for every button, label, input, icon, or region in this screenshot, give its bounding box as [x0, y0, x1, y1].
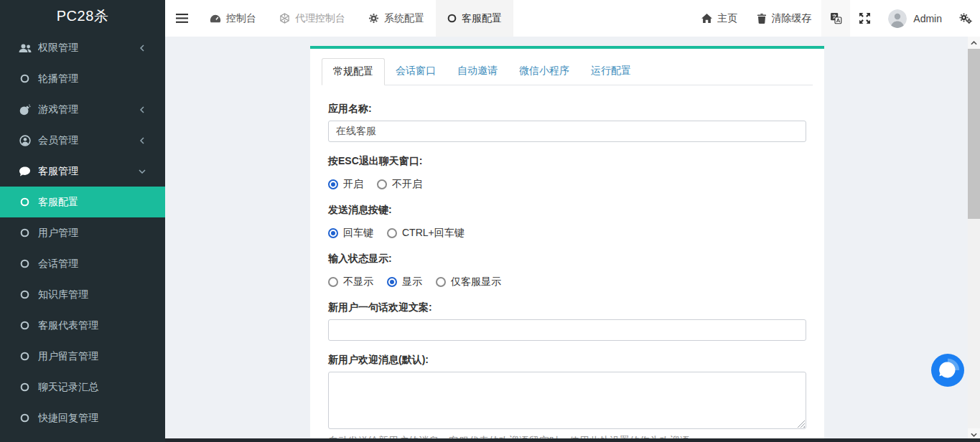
radio-icon[interactable] [328, 277, 338, 287]
circle-icon [18, 288, 32, 301]
tab-auto-invite[interactable]: 自动邀请 [447, 58, 508, 85]
general-config-form: 应用名称: 按ESC退出聊天窗口: 开启 不开启 发送消息按键: [310, 85, 824, 442]
sidebar-item-member-management[interactable]: 会员管理 [0, 125, 165, 156]
radio-option-agent-only[interactable]: 仅客服显示 [436, 276, 501, 288]
radio-icon[interactable] [436, 277, 446, 287]
comment-icon [18, 165, 32, 177]
tab-wechat-miniprogram[interactable]: 微信小程序 [508, 58, 580, 85]
vertical-scrollbar[interactable] [968, 37, 980, 442]
sidebar-item-label: 会员管理 [38, 134, 135, 147]
sidebar-item-permission-management[interactable]: 权限管理 [0, 32, 165, 63]
esc-exit-group: 按ESC退出聊天窗口: 开启 不开启 [328, 155, 806, 191]
users-icon [18, 42, 32, 54]
settings-cogs-button[interactable] [951, 0, 980, 37]
sidebar-item-label: 快捷回复管理 [38, 412, 155, 425]
app-name-label: 应用名称: [328, 103, 806, 114]
welcome-one-liner-label: 新用户一句话欢迎文案: [328, 301, 806, 313]
sidebar-toggle-button[interactable] [165, 0, 198, 37]
radio-icon[interactable] [328, 179, 338, 189]
radio-icon[interactable] [377, 179, 387, 189]
chat-widget-button[interactable] [931, 354, 964, 387]
sidebar-item-label: 轮播管理 [38, 72, 155, 85]
scrollbar-thumb[interactable] [968, 49, 980, 219]
bottom-dark-strip [165, 438, 980, 442]
welcome-message-group: 新用户欢迎消息(默认): 自动发送给新用户的消息，客服代表的欢迎语留空时，使用此… [328, 354, 806, 442]
circle-icon [18, 227, 32, 239]
send-key-label: 发送消息按键: [328, 204, 806, 215]
tab-session-window[interactable]: 会话窗口 [385, 58, 447, 85]
topnav-tabs: 控制台 代理控制台 系统配置 客服配置 [198, 0, 513, 37]
app-name-input[interactable] [328, 121, 806, 142]
radio-option-on[interactable]: 开启 [328, 178, 363, 191]
chevron-left-icon [135, 134, 149, 146]
radio-option-show[interactable]: 显示 [387, 276, 422, 288]
radio-label: CTRL+回车键 [402, 227, 465, 240]
sidebar-subitem-user-blacklist[interactable]: 用户黑名单管理 [0, 433, 165, 442]
cogs-icon [959, 13, 972, 24]
circle-icon [18, 319, 32, 332]
sidebar-subitem-service-config[interactable]: 客服配置 [0, 187, 165, 217]
sidebar-item-label: 客服配置 [38, 196, 155, 209]
sidebar-item-carousel-management[interactable]: 轮播管理 [0, 63, 165, 94]
sidebar-subitem-session-management[interactable]: 会话管理 [0, 248, 165, 279]
tab-general-config[interactable]: 常规配置 [322, 58, 385, 85]
translate-icon [830, 12, 842, 24]
bomb-icon [18, 103, 32, 116]
home-icon [701, 14, 712, 23]
topnav-right: 主页 清除缓存 Admin [691, 0, 980, 37]
top-navbar: 控制台 代理控制台 系统配置 客服配置 主页 [165, 0, 980, 37]
sidebar-subitem-quick-replies[interactable]: 快捷回复管理 [0, 403, 165, 433]
username: Admin [913, 13, 942, 24]
topnav-tab-service-config[interactable]: 客服配置 [436, 0, 513, 37]
tab-runtime-config[interactable]: 运行配置 [580, 58, 642, 85]
sidebar-subitem-user-management[interactable]: 用户管理 [0, 217, 165, 248]
radio-option-ctrl-enter[interactable]: CTRL+回车键 [387, 227, 465, 240]
chevron-left-icon [135, 42, 149, 54]
config-tabs: 常规配置 会话窗口 自动邀请 微信小程序 运行配置 [322, 58, 813, 85]
topnav-tab-system-config[interactable]: 系统配置 [357, 0, 436, 37]
radio-label: 不开启 [392, 178, 422, 191]
circle-icon [18, 196, 32, 208]
gear-icon [368, 13, 379, 24]
fullscreen-button[interactable] [850, 0, 879, 37]
sidebar-item-label: 知识库管理 [38, 288, 155, 301]
sidebar-subitem-agent-management[interactable]: 客服代表管理 [0, 310, 165, 341]
radio-icon[interactable] [387, 277, 397, 287]
send-key-group: 发送消息按键: 回车键 CTRL+回车键 [328, 204, 806, 240]
esc-exit-options: 开启 不开启 [328, 178, 806, 191]
home-label: 主页 [717, 12, 737, 25]
sidebar-menu: 权限管理 轮播管理 游戏管理 会员管理 [0, 32, 165, 442]
scrollbar-up-button[interactable] [968, 37, 980, 49]
app-name-group: 应用名称: [328, 103, 806, 142]
sidebar-subitem-knowledge-base[interactable]: 知识库管理 [0, 279, 165, 310]
sidebar: PC28杀 权限管理 轮播管理 游戏管理 [0, 0, 165, 442]
welcome-message-label: 新用户欢迎消息(默认): [328, 354, 806, 365]
translate-button[interactable] [821, 0, 850, 37]
expand-arrows-icon [859, 13, 870, 24]
codepen-icon [279, 13, 290, 24]
user-menu[interactable]: Admin [879, 0, 951, 37]
topnav-tab-dashboard[interactable]: 控制台 [198, 0, 268, 37]
sidebar-subitem-user-messages[interactable]: 用户留言管理 [0, 341, 165, 372]
avatar [888, 9, 907, 28]
welcome-one-liner-input[interactable] [328, 319, 806, 341]
circle-icon [18, 350, 32, 362]
sidebar-subitem-chat-records[interactable]: 聊天记录汇总 [0, 372, 165, 403]
topnav-tab-agent-console[interactable]: 代理控制台 [268, 0, 357, 37]
radio-option-hide[interactable]: 不显示 [328, 276, 373, 288]
sidebar-item-game-management[interactable]: 游戏管理 [0, 94, 165, 125]
radio-label: 显示 [402, 276, 422, 288]
topnav-tab-label: 系统配置 [384, 12, 424, 25]
welcome-message-textarea[interactable] [328, 372, 806, 429]
home-link[interactable]: 主页 [691, 0, 747, 37]
typing-status-group: 输入状态显示: 不显示 显示 仅客服显示 [328, 253, 806, 288]
radio-option-enter[interactable]: 回车键 [328, 227, 373, 240]
radio-option-off[interactable]: 不开启 [377, 178, 422, 191]
sidebar-item-service-management[interactable]: 客服管理 [0, 156, 165, 187]
main-content: 常规配置 会话窗口 自动邀请 微信小程序 运行配置 应用名称: 按ESC退出聊天… [165, 37, 980, 442]
radio-label: 开启 [343, 178, 363, 191]
app-logo[interactable]: PC28杀 [0, 0, 165, 32]
clear-cache-button[interactable]: 清除缓存 [747, 0, 821, 37]
radio-icon[interactable] [387, 228, 397, 238]
radio-icon[interactable] [328, 228, 338, 238]
